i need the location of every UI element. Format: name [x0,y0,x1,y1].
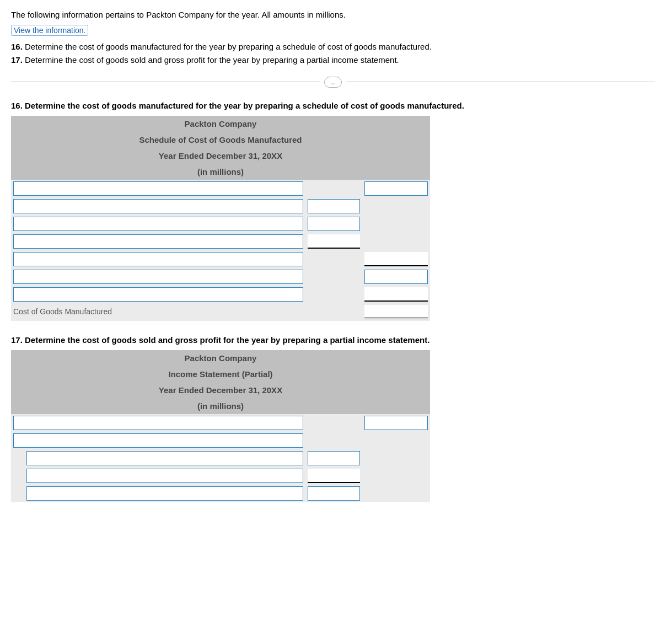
section17-header: 17. Determine the cost of goods sold and… [11,335,655,345]
input-label-4[interactable] [13,234,303,249]
section16: 16. Determine the cost of goods manufact… [11,101,655,321]
table-title1-17: Packton Company [11,350,430,366]
input-right-5[interactable] [364,252,428,266]
intro-text: The following information pertains to Pa… [11,9,655,22]
input-17-label-1[interactable] [13,416,303,430]
table-row-5-16 [11,250,430,268]
cell-right-1 [362,180,430,197]
problem16-number: 16. [11,42,23,51]
cell-mid-3 [305,215,362,233]
table-title3-17: Year Ended December 31, 20XX [11,382,430,398]
header-row-1-17: Packton Company [11,350,430,366]
cell-right-2 [362,197,430,215]
input-mid-3[interactable] [308,217,360,231]
cell-label-1 [11,180,305,197]
cell-label-6 [11,268,305,286]
header-row-3: Year Ended December 31, 20XX [11,148,430,164]
header-row-3-17: Year Ended December 31, 20XX [11,382,430,398]
section16-header: 16. Determine the cost of goods manufact… [11,101,655,110]
input-label-6[interactable] [13,270,303,284]
table-row-3-16 [11,215,430,233]
cell-right-6 [362,268,430,286]
header-row-4: (in millions) [11,164,430,180]
table-row-1-17 [11,414,430,432]
header-row-4-17: (in millions) [11,398,430,414]
input-17-mid-5[interactable] [308,486,360,501]
cell-label-4 [11,233,305,250]
table-title4-17: (in millions) [11,398,430,414]
cell-label-8: Cost of Goods Manufactured [11,303,305,321]
table-row-8-16: Cost of Goods Manufactured [11,303,430,321]
cell-17-label-2 [11,432,305,449]
input-right-7[interactable] [364,287,428,302]
input-17-label-5[interactable] [26,486,303,501]
table-row-7-16 [11,286,430,303]
schedule-table-17: Packton Company Income Statement (Partia… [11,350,430,502]
section17: 17. Determine the cost of goods sold and… [11,335,655,502]
table-row-4-16 [11,233,430,250]
cell-17-right-5 [362,485,430,502]
input-17-label-2[interactable] [13,433,303,448]
header-row-2: Schedule of Cost of Goods Manufactured [11,132,430,148]
input-label-2[interactable] [13,199,303,213]
cell-17-label-1 [11,414,305,432]
cell-17-right-3 [362,449,430,467]
cell-mid-6 [305,268,362,286]
cell-17-mid-1 [305,414,362,432]
problem17-intro-text: Determine the cost of goods sold and gro… [25,55,399,65]
divider-row: ... [11,77,655,88]
cell-mid-8 [305,303,362,321]
table-row-1-16 [11,180,430,197]
input-right-1[interactable] [364,181,428,196]
cell-right-8 [362,303,430,321]
input-label-7[interactable] [13,287,303,302]
cell-mid-5 [305,250,362,268]
cell-label-5 [11,250,305,268]
cell-17-mid-3 [305,449,362,467]
header-row-1: Packton Company [11,116,430,132]
cell-17-label-4 [11,467,305,485]
input-17-mid-4[interactable] [308,469,360,483]
table-row-6-16 [11,268,430,286]
table-title2-17: Income Statement (Partial) [11,366,430,382]
input-mid-4[interactable] [308,234,360,249]
cell-label-2 [11,197,305,215]
cell-17-label-5 [11,485,305,502]
problem17-intro: 17. Determine the cost of goods sold and… [11,53,655,67]
cell-mid-2 [305,197,362,215]
cell-mid-4 [305,233,362,250]
problem-list: 16. Determine the cost of goods manufact… [11,40,655,67]
divider-button[interactable]: ... [324,77,342,88]
problem16-intro-text: Determine the cost of goods manufactured… [25,42,432,51]
table-row-2-16 [11,197,430,215]
view-info-link[interactable]: View the information. [11,25,88,36]
cell-mid-1 [305,180,362,197]
problem17-number: 17. [11,55,23,65]
cell-17-right-2 [362,432,430,449]
input-mid-2[interactable] [308,199,360,213]
input-17-label-4[interactable] [26,469,303,483]
table-title4-16: (in millions) [11,164,430,180]
input-label-5[interactable] [13,252,303,266]
table-row-5-17 [11,485,430,502]
input-17-mid-3[interactable] [308,451,360,465]
divider-line-left [11,82,320,82]
cell-label-7 [11,286,305,303]
input-17-right-1[interactable] [364,416,428,430]
divider-line-right [346,82,655,82]
input-17-label-3[interactable] [26,451,303,465]
input-label-3[interactable] [13,217,303,231]
table-row-4-17 [11,467,430,485]
cell-17-mid-5 [305,485,362,502]
table-row-3-17 [11,449,430,467]
input-right-8[interactable] [364,305,428,319]
cell-17-label-3 [11,449,305,467]
table-title2-16: Schedule of Cost of Goods Manufactured [11,132,430,148]
cell-mid-7 [305,286,362,303]
cell-right-4 [362,233,430,250]
cell-17-right-4 [362,467,430,485]
cell-right-3 [362,215,430,233]
cell-right-7 [362,286,430,303]
input-right-6[interactable] [364,270,428,284]
input-label-1[interactable] [13,181,303,196]
